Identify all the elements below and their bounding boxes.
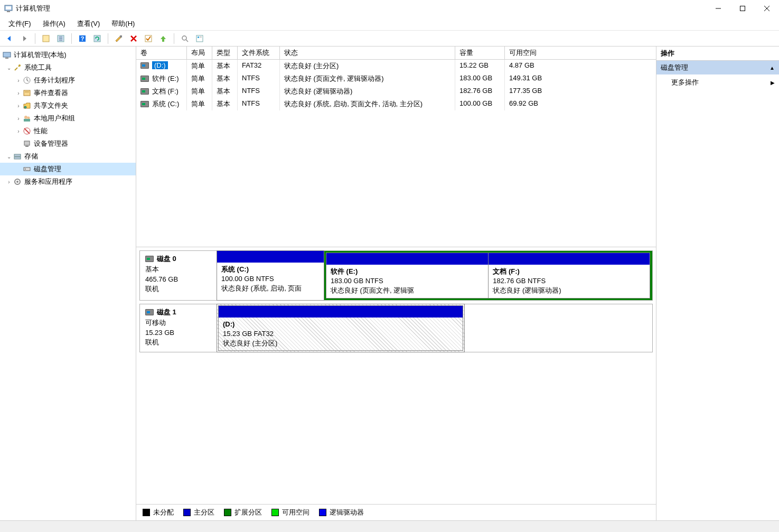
- actions-more[interactable]: 更多操作 ▶: [656, 74, 779, 90]
- list-header: 卷 布局 类型 文件系统 状态 容量 可用空间: [136, 46, 656, 60]
- col-free[interactable]: 可用空间: [505, 46, 555, 59]
- refresh-button[interactable]: [91, 32, 104, 45]
- menu-action[interactable]: 操作(A): [37, 18, 71, 30]
- expander-icon[interactable]: ⌄: [5, 154, 13, 160]
- volume-type: 基本: [212, 85, 238, 98]
- svg-point-30: [27, 117, 30, 119]
- tree-storage[interactable]: ⌄存储: [0, 150, 136, 163]
- extended-partition[interactable]: 软件 (E:) 183.00 GB NTFS 状态良好 (页面文件, 逻辑驱 文…: [324, 251, 652, 300]
- volume-row[interactable]: 文档 (F:)简单基本NTFS状态良好 (逻辑驱动器)182.76 GB177.…: [136, 85, 656, 98]
- volume-fs: NTFS: [238, 72, 280, 85]
- tree-local-users[interactable]: ›本地用户和组: [0, 112, 136, 125]
- navigation-tree[interactable]: 计算机管理(本地) ⌄ 系统工具 ›任务计划程序 ›事件查看器 ›共享文件夹 ›…: [0, 46, 136, 520]
- partition-status: 状态良好 (主分区): [223, 339, 458, 348]
- disk-0-row[interactable]: 磁盘 0 基本 465.76 GB 联机 系统 (C:) 100.00 GB N…: [139, 250, 653, 301]
- volume-layout: 简单: [187, 85, 212, 98]
- volume-name: 系统 (C:): [152, 99, 179, 109]
- volume-row[interactable]: 软件 (E:)简单基本NTFS状态良好 (页面文件, 逻辑驱动器)183.00 …: [136, 72, 656, 85]
- svg-rect-37: [24, 167, 30, 171]
- partition-f[interactable]: 文档 (F:) 182.76 GB NTFS 状态良好 (逻辑驱动器): [488, 253, 650, 298]
- menu-view[interactable]: 查看(V): [72, 18, 105, 30]
- actions-group-label: 磁盘管理: [661, 63, 688, 72]
- svg-rect-19: [196, 35, 203, 42]
- list-button[interactable]: [193, 32, 206, 45]
- forward-button[interactable]: [18, 32, 31, 45]
- volume-capacity: 183.00 GB: [455, 72, 505, 85]
- expander-icon[interactable]: ›: [5, 179, 13, 185]
- svg-rect-2: [7, 11, 10, 12]
- col-capacity[interactable]: 容量: [455, 46, 505, 59]
- tree-event-viewer[interactable]: ›事件查看器: [0, 87, 136, 99]
- volume-layout: 简单: [187, 60, 212, 72]
- toolbar: ?: [0, 31, 779, 46]
- svg-rect-34: [25, 146, 29, 147]
- partition-c[interactable]: 系统 (C:) 100.00 GB NTFS 状态良好 (系统, 启动, 页面: [217, 250, 324, 301]
- svg-text:?: ?: [81, 35, 85, 42]
- col-layout[interactable]: 布局: [187, 46, 212, 59]
- titlebar: 计算机管理: [0, 0, 779, 17]
- tree-root[interactable]: 计算机管理(本地): [0, 49, 136, 61]
- tree-disk-management[interactable]: 磁盘管理: [0, 163, 136, 175]
- disk-1-row[interactable]: 磁盘 1 可移动 15.23 GB 联机 (D:) 15.23 GB FAT32…: [139, 304, 653, 353]
- back-button[interactable]: [3, 32, 16, 45]
- tree-services[interactable]: ›服务和应用程序: [0, 175, 136, 188]
- partition-title: 系统 (C:): [221, 265, 320, 274]
- partition-d[interactable]: (D:) 15.23 GB FAT32 状态良好 (主分区): [217, 304, 465, 353]
- volume-layout: 简单: [187, 98, 212, 110]
- svg-rect-22: [3, 52, 11, 57]
- tree-label: 事件查看器: [34, 88, 68, 98]
- expander-icon[interactable]: ›: [15, 78, 22, 83]
- close-button[interactable]: [755, 0, 779, 17]
- tree-shared-folders[interactable]: ›共享文件夹: [0, 99, 136, 112]
- disk-status: 联机: [145, 338, 211, 347]
- svg-point-29: [24, 116, 27, 119]
- tree-device-manager[interactable]: 设备管理器: [0, 137, 136, 150]
- volume-status: 状态良好 (系统, 启动, 页面文件, 活动, 主分区): [280, 98, 455, 110]
- drive-icon: [140, 88, 149, 95]
- menu-file[interactable]: 文件(F): [3, 18, 36, 30]
- volume-row[interactable]: 系统 (C:)简单基本NTFS状态良好 (系统, 启动, 页面文件, 活动, 主…: [136, 98, 656, 110]
- tree-label: 系统工具: [24, 63, 52, 72]
- drive-icon: [140, 76, 149, 82]
- volume-free: 177.35 GB: [505, 85, 555, 98]
- storage-icon: [13, 152, 22, 161]
- volume-free: 149.31 GB: [505, 72, 555, 85]
- volume-status: 状态良好 (逻辑驱动器): [280, 85, 455, 98]
- volume-list[interactable]: 卷 布局 类型 文件系统 状态 容量 可用空间 (D:)简单基本FAT32状态良…: [136, 46, 656, 247]
- show-hide-tree-button[interactable]: [40, 32, 52, 45]
- tree-task-scheduler[interactable]: ›任务计划程序: [0, 74, 136, 87]
- help-button[interactable]: ?: [76, 32, 89, 45]
- partition-title: (D:): [223, 320, 458, 329]
- disk-icon: [145, 256, 154, 262]
- expander-icon[interactable]: ›: [15, 103, 22, 109]
- col-status[interactable]: 状态: [280, 46, 455, 59]
- partition-size: 100.00 GB NTFS: [221, 274, 320, 284]
- volume-type: 基本: [212, 98, 238, 110]
- col-fs[interactable]: 文件系统: [238, 46, 280, 59]
- expander-icon[interactable]: ⌄: [5, 65, 13, 71]
- svg-rect-4: [740, 6, 745, 11]
- actions-group-disk-mgmt[interactable]: 磁盘管理 ▲: [656, 61, 779, 74]
- delete-button[interactable]: [127, 32, 140, 45]
- tree-performance[interactable]: ›性能: [0, 125, 136, 137]
- expander-icon[interactable]: ›: [15, 116, 22, 122]
- settings-button[interactable]: [112, 32, 125, 45]
- disk-name: 磁盘 0: [157, 254, 176, 264]
- col-type[interactable]: 类型: [212, 46, 238, 59]
- tree-system-tools[interactable]: ⌄ 系统工具: [0, 61, 136, 74]
- minimize-button[interactable]: [706, 0, 730, 17]
- expander-icon[interactable]: ›: [15, 90, 22, 96]
- tree-label: 共享文件夹: [34, 101, 68, 110]
- check-button[interactable]: [142, 32, 155, 45]
- volume-row[interactable]: (D:)简单基本FAT32状态良好 (主分区)15.22 GB4.87 GB: [136, 60, 656, 72]
- properties-button[interactable]: [54, 32, 67, 45]
- volume-type: 基本: [212, 72, 238, 85]
- up-button[interactable]: [157, 32, 170, 45]
- find-button[interactable]: [179, 32, 191, 45]
- partition-e[interactable]: 软件 (E:) 183.00 GB NTFS 状态良好 (页面文件, 逻辑驱: [326, 253, 489, 298]
- maximize-button[interactable]: [730, 0, 755, 17]
- menu-help[interactable]: 帮助(H): [106, 18, 140, 30]
- col-volume[interactable]: 卷: [136, 46, 187, 59]
- disk-type: 可移动: [145, 318, 211, 328]
- expander-icon[interactable]: ›: [15, 128, 22, 134]
